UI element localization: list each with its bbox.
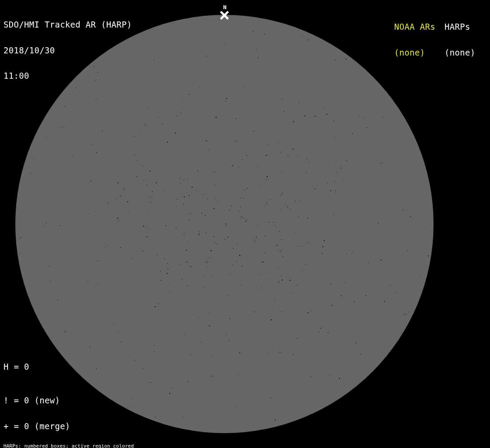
footer-harps-caption: HARPs: numbered boxes; active region col… <box>4 444 175 448</box>
noaa-ars-value: (none) <box>394 49 435 57</box>
north-pole-label: N <box>221 4 229 10</box>
counter-new: ! = 0 (new) <box>4 396 101 405</box>
title-block: SDO/HMI Tracked AR (HARP) 2018/10/30 11:… <box>4 4 132 98</box>
north-pole-x-cross-icon <box>220 10 229 20</box>
footer-caption: HARPs: numbered boxes; active region col… <box>4 434 175 448</box>
harps-value: (none) <box>444 49 475 57</box>
observation-time: 11:00 <box>4 72 132 80</box>
harp-viewer-frame: SDO/HMI Tracked AR (HARP) 2018/10/30 11:… <box>0 0 490 448</box>
noaa-ars-legend: NOAA ARs (none) <box>394 6 435 74</box>
noaa-ars-label: NOAA ARs <box>394 23 435 32</box>
counter-merge: + = 0 (merge) <box>4 422 101 431</box>
observation-date: 2018/10/30 <box>4 46 132 55</box>
page-title: SDO/HMI Tracked AR (HARP) <box>4 21 132 29</box>
harps-legend: HARPs (none) <box>444 6 475 74</box>
harps-label: HARPs <box>444 23 475 32</box>
harp-count: H = 0 <box>4 363 29 371</box>
